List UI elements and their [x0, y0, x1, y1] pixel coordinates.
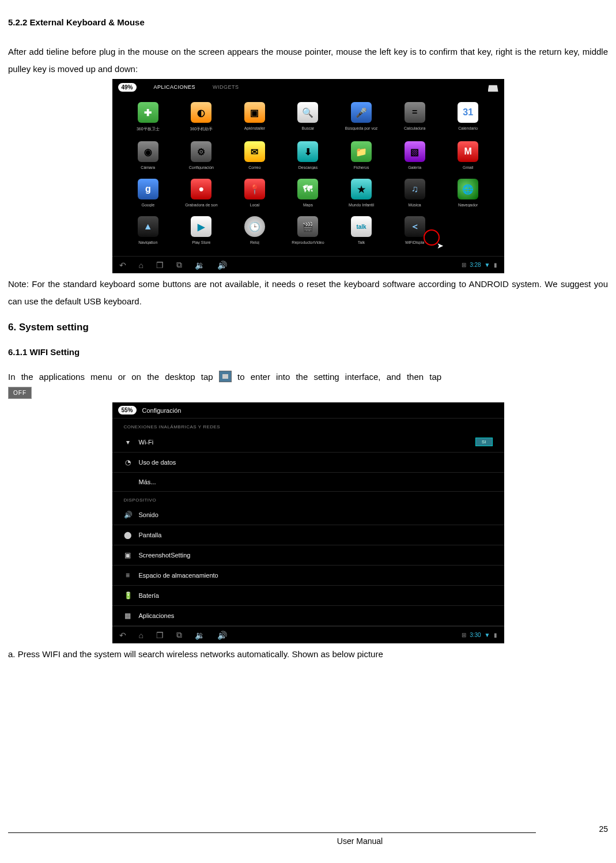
- settings-row[interactable]: ▾Wi-FiSI: [112, 432, 504, 453]
- app-item[interactable]: gGoogle: [124, 179, 173, 207]
- tab-aplicaciones[interactable]: APLICACIONES: [154, 84, 196, 90]
- app-label: Configuración: [189, 165, 214, 169]
- settings-row[interactable]: 🔋Batería: [112, 586, 504, 606]
- app-label: Ficheros: [354, 165, 369, 169]
- settings-row[interactable]: ⬤Pantalla: [112, 525, 504, 545]
- recent-icon[interactable]: ❐: [156, 631, 164, 640]
- heading-522: 5.2.2 External Keyboard & Mouse: [8, 17, 608, 27]
- app-icon: 31: [458, 102, 478, 123]
- app-icon: talk: [351, 216, 372, 237]
- settings-row[interactable]: 🔊Sonido: [112, 505, 504, 525]
- tab-widgets[interactable]: WIDGETS: [213, 84, 239, 90]
- app-item[interactable]: 📍Local: [230, 179, 279, 207]
- settings-row[interactable]: Más...: [112, 473, 504, 492]
- battery-badge-2: 55%: [118, 406, 137, 414]
- app-icon: ●: [191, 179, 211, 199]
- app-icon: ♫: [405, 179, 425, 199]
- app-label: Calculadora: [404, 126, 425, 130]
- app-item[interactable]: ★Mundo Infantil: [337, 179, 386, 207]
- app-icon: g: [138, 179, 158, 199]
- app-item[interactable]: ▣ApkInstaller: [230, 102, 279, 132]
- app-label: Búsqueda por voz: [345, 126, 377, 130]
- shop-icon[interactable]: [488, 82, 498, 92]
- app-item[interactable]: ▶Play Store: [177, 216, 226, 244]
- app-item[interactable]: 🌐Navegador: [444, 179, 493, 207]
- back-icon[interactable]: ↶: [119, 261, 126, 270]
- app-item[interactable]: 📁Ficheros: [337, 141, 386, 169]
- app-item[interactable]: ♫Música: [390, 179, 439, 207]
- app-item[interactable]: ◉Cámara: [124, 141, 173, 169]
- app-icon: ▣: [244, 102, 265, 123]
- settings-row-icon: ▦: [124, 612, 132, 620]
- volume-up-icon[interactable]: 🔊: [217, 261, 227, 270]
- settings-row[interactable]: ◔Uso de datos: [112, 453, 504, 473]
- clock-time-2: 3:30: [470, 632, 481, 638]
- app-item[interactable]: 🔍Buscar: [284, 102, 332, 132]
- settings-row[interactable]: ▣ScreenshotSetting: [112, 545, 504, 566]
- settings-row-label: Sonido: [139, 511, 158, 518]
- app-icon: ✉: [244, 141, 265, 162]
- settings-row-icon: ⬤: [124, 531, 132, 539]
- app-item[interactable]: 🗺Maps: [284, 179, 332, 207]
- app-icon: ★: [351, 179, 372, 199]
- app-item[interactable]: ▲Navigation: [124, 216, 173, 244]
- settings-inline-icon: [219, 371, 232, 382]
- page-number: 25: [599, 824, 608, 834]
- screenshot-icon[interactable]: ⧉: [176, 630, 182, 640]
- home-icon[interactable]: ⌂: [139, 261, 143, 270]
- screenshot-icon[interactable]: ⧉: [176, 260, 182, 270]
- wifi-toggle[interactable]: SI: [475, 438, 493, 446]
- group-wireless-label: CONEXIONES INALÁMBRICAS Y REDES: [112, 419, 504, 432]
- app-icon: 🌐: [458, 179, 478, 199]
- app-item[interactable]: ⬇Descargas: [284, 141, 332, 169]
- app-icon: 🎤: [351, 102, 372, 123]
- app-icon: ▧: [405, 141, 425, 162]
- clock-time: 3:28: [470, 262, 481, 268]
- heading-6: 6. System setting: [8, 322, 608, 333]
- app-item[interactable]: ●Grabadora de son: [177, 179, 226, 207]
- wifi-icon: ▼: [485, 262, 490, 268]
- volume-up-icon[interactable]: 🔊: [217, 631, 227, 640]
- settings-row[interactable]: ≡Espacio de almacenamiento: [112, 566, 504, 586]
- app-icon: 🎬: [297, 216, 318, 237]
- paragraph-a: a. Press WIFI and the system will search…: [8, 646, 608, 663]
- app-label: Buscar: [302, 126, 315, 130]
- app-item[interactable]: ✉Correo: [230, 141, 279, 169]
- back-icon[interactable]: ↶: [119, 631, 126, 640]
- sd-icon: ⊞: [462, 262, 466, 268]
- app-item[interactable]: 🎬ReproductorVideo: [284, 216, 332, 244]
- footer-title: User Manual: [8, 836, 608, 846]
- para-611-post: to enter into the setting interface, and…: [237, 372, 441, 382]
- app-label: 360平板卫士: [137, 126, 160, 132]
- app-icon: ◐: [191, 102, 211, 123]
- app-item[interactable]: talkTalk: [337, 216, 386, 244]
- app-item[interactable]: MGmail: [444, 141, 493, 169]
- app-label: ReproductorVideo: [292, 240, 324, 244]
- app-item[interactable]: ✚360平板卫士: [124, 102, 173, 132]
- app-item[interactable]: =Calculadora: [390, 102, 439, 132]
- app-item[interactable]: 31Calendario: [444, 102, 493, 132]
- home-icon[interactable]: ⌂: [139, 631, 143, 640]
- app-item[interactable]: 🎤Búsqueda por voz: [337, 102, 386, 132]
- app-icon: =: [405, 102, 425, 123]
- app-label: 360手机助手: [190, 126, 213, 132]
- volume-down-icon[interactable]: 🔉: [195, 631, 205, 640]
- volume-down-icon[interactable]: 🔉: [195, 261, 205, 270]
- app-item[interactable]: 🕒Reloj: [230, 216, 279, 244]
- sd-icon: ⊞: [462, 632, 466, 638]
- settings-row-label: Pantalla: [139, 532, 162, 538]
- settings-row[interactable]: ▦Aplicaciones: [112, 606, 504, 626]
- app-item[interactable]: ▧Galería: [390, 141, 439, 169]
- settings-row-label: Uso de datos: [139, 459, 176, 466]
- app-item[interactable]: ⚙Configuración: [177, 141, 226, 169]
- app-label: ApkInstaller: [244, 126, 266, 130]
- app-label: Talk: [358, 240, 365, 244]
- settings-row-icon: ▣: [124, 551, 132, 559]
- settings-row-icon: 🔊: [124, 511, 132, 519]
- recent-icon[interactable]: ❐: [156, 261, 164, 270]
- paragraph-611: In the applications menu or on the deskt…: [8, 368, 608, 386]
- settings-row-label: ScreenshotSetting: [139, 552, 191, 559]
- app-item[interactable]: ◐360手机助手: [177, 102, 226, 132]
- app-label: Reloj: [250, 240, 259, 244]
- para-611-pre: In the applications menu or on the deskt…: [8, 372, 219, 382]
